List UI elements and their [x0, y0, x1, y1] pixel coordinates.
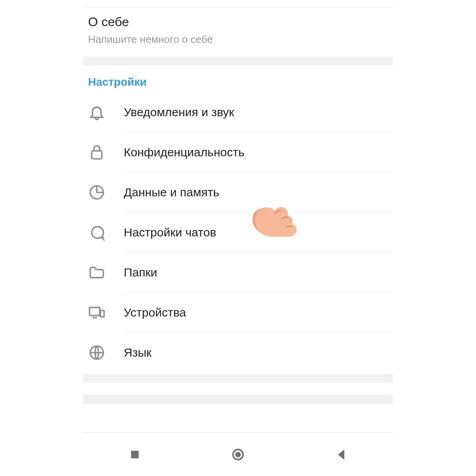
bio-section[interactable]: О себе Напишите немного о себе	[83, 8, 393, 57]
svg-rect-5	[131, 451, 139, 458]
screen: О себе Напишите немного о себе Настройки…	[0, 0, 476, 476]
bio-subtitle: Напишите немного о себе	[88, 33, 388, 46]
settings-item-label: Данные и память	[124, 186, 393, 199]
globe-icon	[88, 344, 124, 361]
android-nav-bar	[83, 432, 393, 476]
settings-item-data-storage[interactable]: Данные и память	[83, 173, 393, 212]
bell-icon	[88, 104, 124, 121]
devices-icon	[88, 304, 124, 321]
section-divider	[83, 395, 393, 404]
settings-item-label: Устройства	[124, 306, 393, 319]
content-area: О себе Напишите немного о себе Настройки…	[83, 0, 393, 476]
spacer	[83, 383, 393, 395]
svg-rect-3	[100, 311, 104, 317]
settings-item-label: Уведомления и звук	[124, 106, 393, 119]
bio-title: О себе	[88, 15, 388, 29]
svg-rect-0	[92, 151, 102, 159]
settings-item-devices[interactable]: Устройства	[83, 293, 393, 332]
settings-item-label: Язык	[124, 346, 393, 359]
nav-recent-button[interactable]	[123, 443, 147, 466]
settings-header-text: Настройки	[88, 76, 147, 88]
pie-icon	[88, 184, 124, 201]
svg-rect-2	[90, 307, 100, 315]
section-divider	[83, 57, 393, 65]
settings-item-label: Настройки чатов	[124, 226, 393, 239]
settings-item-notifications[interactable]: Уведомления и звук	[83, 92, 393, 132]
settings-item-privacy[interactable]: Конфиденциальность	[83, 132, 393, 172]
settings-item-label: Конфиденциальность	[124, 146, 393, 159]
folder-icon	[88, 264, 124, 281]
section-divider	[83, 374, 393, 383]
nav-home-button[interactable]	[226, 443, 250, 466]
settings-item-label: Папки	[124, 266, 393, 279]
svg-point-7	[235, 451, 241, 457]
settings-item-chat-settings[interactable]: Настройки чатов	[83, 213, 393, 252]
settings-header: Настройки	[83, 65, 393, 92]
chat-icon	[88, 224, 124, 241]
settings-item-folders[interactable]: Папки	[83, 253, 393, 292]
settings-item-language[interactable]: Язык	[83, 333, 393, 372]
nav-back-button[interactable]	[329, 443, 353, 466]
lock-icon	[88, 144, 124, 161]
